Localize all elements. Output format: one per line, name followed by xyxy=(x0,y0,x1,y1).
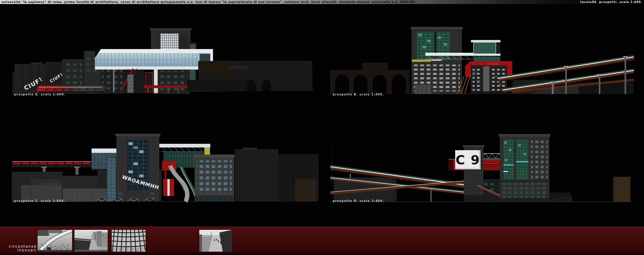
glass-stair-tower xyxy=(107,158,116,202)
title-text: università "la sapienza" di roma. prima … xyxy=(2,0,416,4)
elevation-c-label: prospetto C. scala 1:400. xyxy=(14,200,65,203)
footer-caption: circostanze inusuali xyxy=(9,245,37,252)
elevation-a-label: prospetto A. scala 1:400. xyxy=(14,93,66,96)
footer-photo-elevated-road-aerial xyxy=(38,230,72,252)
elevation-a-drawing: CIUF! CIUF! xyxy=(12,19,314,95)
footer-photo-steel-grid xyxy=(112,230,146,252)
white-truss xyxy=(482,154,503,158)
elevation-d-label: prospetto D. scala 1:400. xyxy=(333,200,384,203)
c9-sign-text: C 9 xyxy=(455,153,480,167)
presentation-sheet: università "la sapienza" di roma. prima … xyxy=(0,0,644,255)
elevation-c-drawing: WROAMMHH xyxy=(12,129,319,204)
footer-photo-street-level xyxy=(199,230,232,252)
arched-wall xyxy=(330,63,410,94)
office-building xyxy=(194,155,235,202)
caption-line-2: inusuali xyxy=(9,248,37,252)
main-tower xyxy=(115,134,160,202)
elevation-d-drawing: C 9 xyxy=(330,129,634,204)
glass-bridge xyxy=(95,49,213,70)
footer-band: circostanze inusuali xyxy=(0,226,644,253)
footer-photo-elevated-highway xyxy=(74,230,108,252)
title-bar: università "la sapienza" di roma. prima … xyxy=(0,0,644,4)
right-low-structures xyxy=(549,177,630,202)
right-wall xyxy=(187,61,312,91)
right-tower xyxy=(499,134,550,202)
right-silhouettes xyxy=(235,147,319,202)
main-building xyxy=(411,27,463,94)
train xyxy=(37,86,105,92)
elevation-b-drawing xyxy=(330,19,634,95)
sheet-number-text: tavola06. prospetti. scala 1:400. xyxy=(580,0,642,4)
elevation-b-label: prospetto B. scala 1:400. xyxy=(333,93,384,96)
